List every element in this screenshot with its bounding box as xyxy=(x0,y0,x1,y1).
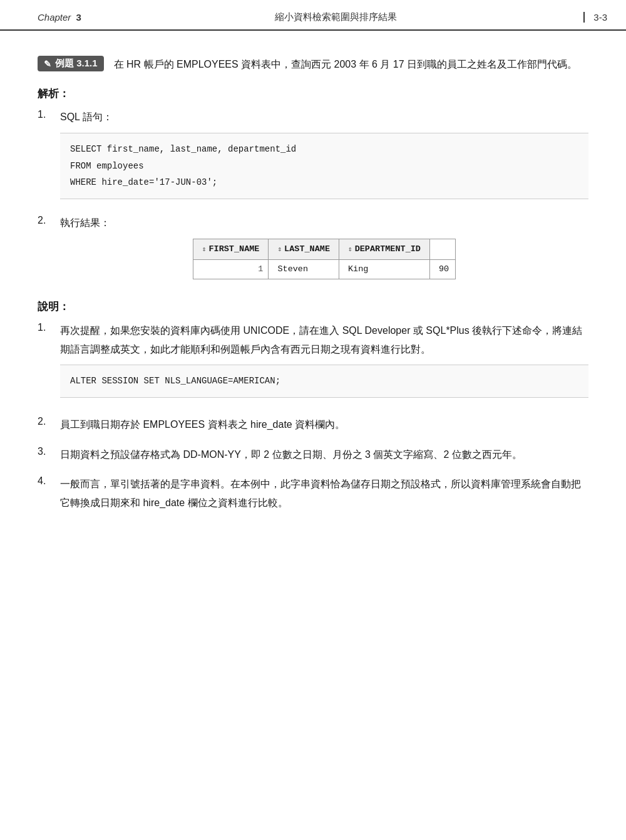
col-dept-id: DEPARTMENT_ID xyxy=(339,239,430,259)
note-text-2: 員工到職日期存於 EMPLOYEES 資料表之 hire_date 資料欄內。 xyxy=(60,419,345,430)
alter-session-line: ALTER SESSION SET NLS_LANGUAGE=AMERICAN; xyxy=(70,373,578,390)
header-page: 3-3 xyxy=(583,12,607,23)
result-table-body: 1 Steven King 90 xyxy=(193,259,455,279)
chapter-number: 3 xyxy=(76,12,81,23)
sql-label: SQL 語句： xyxy=(60,111,113,122)
explanation-heading: 說明： xyxy=(38,299,588,314)
note-list: 1. 再次提醒，如果您安裝的資料庫內碼使用 UNICODE，請在進入 SQL D… xyxy=(38,321,588,512)
list-number-1: 1. xyxy=(38,108,60,120)
note-number-4: 4. xyxy=(38,475,60,487)
note-text-1: 再次提醒，如果您安裝的資料庫內碼使用 UNICODE，請在進入 SQL Deve… xyxy=(60,325,582,355)
result-table-head: FIRST_NAME LAST_NAME DEPARTMENT_ID xyxy=(193,239,455,259)
col-last-name: LAST_NAME xyxy=(269,239,339,259)
note-item-3: 3. 日期資料之預設儲存格式為 DD-MON-YY，即 2 位數之日期、月份之 … xyxy=(38,445,588,464)
list-number-2: 2. xyxy=(38,214,60,226)
note-text-4: 一般而言，單引號括著的是字串資料。在本例中，此字串資料恰為儲存日期之預設格式，所… xyxy=(60,479,581,508)
note-item-4: 4. 一般而言，單引號括著的是字串資料。在本例中，此字串資料恰為儲存日期之預設格… xyxy=(38,475,588,512)
example-description: 在 HR 帳戶的 EMPLOYEES 資料表中，查詢西元 2003 年 6 月 … xyxy=(114,56,578,73)
pencil-icon: ✎ xyxy=(44,59,51,69)
note-number-2: 2. xyxy=(38,415,60,427)
note-content-2: 員工到職日期存於 EMPLOYEES 資料表之 hire_date 資料欄內。 xyxy=(60,415,588,434)
result-table: FIRST_NAME LAST_NAME DEPARTMENT_ID 1 Ste… xyxy=(193,239,456,280)
row-number: 1 xyxy=(193,259,269,279)
page-container: Chapter 3 縮小資料檢索範圍與排序結果 3-3 ✎ 例題 3.1.1 在… xyxy=(0,0,626,840)
cell-first-name: Steven xyxy=(269,259,339,279)
header-title: 縮小資料檢索範圍與排序結果 xyxy=(94,11,577,23)
list-content-sql: SQL 語句： SELECT first_name, last_name, de… xyxy=(60,108,588,205)
note-content-3: 日期資料之預設儲存格式為 DD-MON-YY，即 2 位數之日期、月份之 3 個… xyxy=(60,445,588,464)
cell-last-name: King xyxy=(339,259,430,279)
analysis-heading: 解析： xyxy=(38,86,588,101)
note-item-1: 1. 再次提醒，如果您安裝的資料庫內碼使用 UNICODE，請在進入 SQL D… xyxy=(38,321,588,404)
alter-session-code: ALTER SESSION SET NLS_LANGUAGE=AMERICAN; xyxy=(60,365,588,398)
result-table-header-row: FIRST_NAME LAST_NAME DEPARTMENT_ID xyxy=(193,239,455,259)
header-chapter: Chapter 3 xyxy=(38,12,81,23)
note-item-2: 2. 員工到職日期存於 EMPLOYEES 資料表之 hire_date 資料欄… xyxy=(38,415,588,434)
table-row: 1 Steven King 90 xyxy=(193,259,455,279)
example-label: ✎ 例題 3.1.1 xyxy=(38,56,104,71)
note-content-1: 再次提醒，如果您安裝的資料庫內碼使用 UNICODE，請在進入 SQL Deve… xyxy=(60,321,588,404)
result-table-container: FIRST_NAME LAST_NAME DEPARTMENT_ID 1 Ste… xyxy=(60,239,588,280)
col-first-name: FIRST_NAME xyxy=(193,239,269,259)
sql-line-2: FROM employees xyxy=(70,158,578,175)
example-box: ✎ 例題 3.1.1 在 HR 帳戶的 EMPLOYEES 資料表中，查詢西元 … xyxy=(38,56,588,73)
note-content-4: 一般而言，單引號括著的是字串資料。在本例中，此字串資料恰為儲存日期之預設格式，所… xyxy=(60,475,588,512)
result-label: 執行結果： xyxy=(60,217,110,228)
note-number-1: 1. xyxy=(38,321,60,333)
list-item-result: 2. 執行結果： FIRST_NAME LAST_NAME DEPARTMENT… xyxy=(38,214,588,286)
note-number-3: 3. xyxy=(38,445,60,457)
page-content: ✎ 例題 3.1.1 在 HR 帳戶的 EMPLOYEES 資料表中，查詢西元 … xyxy=(0,31,626,548)
page-header: Chapter 3 縮小資料檢索範圍與排序結果 3-3 xyxy=(0,0,626,31)
list-content-result: 執行結果： FIRST_NAME LAST_NAME DEPARTMENT_ID xyxy=(60,214,588,286)
chapter-word: Chapter xyxy=(38,12,71,23)
example-label-text: 例題 3.1.1 xyxy=(55,58,98,70)
note-text-3: 日期資料之預設儲存格式為 DD-MON-YY，即 2 位數之日期、月份之 3 個… xyxy=(60,449,522,460)
list-item-sql: 1. SQL 語句： SELECT first_name, last_name,… xyxy=(38,108,588,205)
main-list: 1. SQL 語句： SELECT first_name, last_name,… xyxy=(38,108,588,286)
cell-dept-id: 90 xyxy=(429,259,455,279)
sql-line-1: SELECT first_name, last_name, department… xyxy=(70,141,578,158)
sql-line-3: WHERE hire_date='17-JUN-03'; xyxy=(70,174,578,191)
sql-code-block: SELECT first_name, last_name, department… xyxy=(60,133,588,199)
